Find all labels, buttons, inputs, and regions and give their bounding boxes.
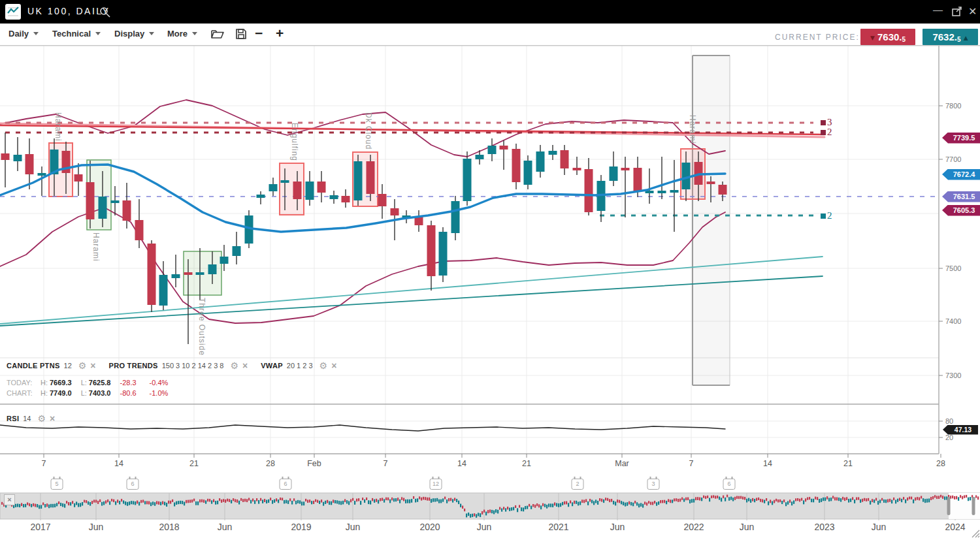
price-tick-label: 7300 <box>945 372 961 379</box>
high-label: H: <box>41 379 48 387</box>
calendar-icon[interactable]: 2 <box>572 479 584 490</box>
high-value: 7669.3 <box>50 379 72 387</box>
indicator-name: PRO TRENDS <box>109 362 158 370</box>
navigator-year-label: Jun <box>218 522 233 532</box>
pattern-annotation: Harami <box>54 112 63 142</box>
calendar-icon[interactable]: 5 <box>51 479 63 490</box>
menu-display[interactable]: Display <box>114 29 154 39</box>
high-label: H: <box>41 389 48 397</box>
pattern-annotation: Harami <box>91 232 101 262</box>
bid-price: 7630. <box>877 31 902 42</box>
pattern-annotation: Harami <box>688 115 697 144</box>
today-stats-row: TODAY: H: 7669.3 L: 7625.8 -28.3 -0.4% <box>7 379 181 387</box>
gear-icon[interactable]: ⚙ <box>230 360 238 371</box>
rsi-tick-label: 20 <box>945 434 953 441</box>
indicator-name: CANDLE PTNS <box>7 362 60 370</box>
calendar-icon[interactable]: 6 <box>127 479 139 490</box>
chevron-down-icon <box>33 32 39 35</box>
date-tick-label: 28 <box>266 459 275 468</box>
instrument-title: UK 100, DAILY <box>27 6 110 16</box>
date-tick-label: 14 <box>763 459 772 468</box>
chevron-down-icon <box>95 32 101 35</box>
minimize-button[interactable]: — <box>933 4 943 15</box>
date-tick-label: 21 <box>843 459 853 468</box>
app-logo-icon <box>5 4 21 20</box>
stat-label: TODAY: <box>7 379 41 387</box>
bid-price-badge[interactable]: ▼ 7630.5 <box>860 29 915 45</box>
date-tick-label: Mar <box>615 459 629 468</box>
calendar-icon[interactable]: 12 <box>430 479 442 490</box>
menu-timeframe[interactable]: Daily <box>8 29 39 39</box>
date-tick-label: 21 <box>522 459 531 468</box>
rsi-name: RSI <box>7 415 19 422</box>
stat-label: CHART: <box>7 389 41 397</box>
menu-technical[interactable]: Technical <box>52 29 101 39</box>
remove-indicator-icon[interactable]: × <box>50 413 55 424</box>
pattern-target-marker: 2 <box>821 127 832 138</box>
pattern-annotation: Three Outside <box>197 298 206 356</box>
navigator-year-label: 2019 <box>291 522 311 532</box>
low-label: L: <box>81 389 87 397</box>
calendar-icon[interactable]: 6 <box>723 479 736 490</box>
navigator-year-label: 2018 <box>159 522 179 532</box>
date-tick-label: Feb <box>307 459 321 468</box>
ask-fraction: 5 <box>957 36 961 43</box>
price-badge: 7605.3 <box>942 205 980 216</box>
zoom-out-button[interactable]: − <box>255 25 263 41</box>
pattern-annotation: Engulfing <box>290 123 299 161</box>
indicator-name: VWAP <box>261 362 283 370</box>
navigator-close-button[interactable]: × <box>4 494 15 505</box>
indicator-params: 150 3 10 2 14 2 3 8 <box>162 362 224 370</box>
zoom-in-button[interactable]: + <box>276 25 284 41</box>
price-tick-label: 7700 <box>945 155 961 163</box>
price-badge: 7631.5 <box>942 191 980 202</box>
change-pct: -1.0% <box>150 389 169 397</box>
rsi-legend: RSI 14 ⚙× <box>7 413 64 424</box>
navigator-year-label: 2023 <box>814 522 834 532</box>
ask-price: 7632. <box>932 31 957 42</box>
trading-app-window: UK 100, DAILY — ✕ Daily Technical Displa… <box>0 0 980 538</box>
target-square-icon <box>821 120 826 125</box>
navigator-year-label: Jun <box>872 522 887 532</box>
target-count: 2 <box>827 127 832 138</box>
current-price-label: CURRENT PRICE: <box>775 33 860 42</box>
remove-indicator-icon[interactable]: × <box>242 360 248 371</box>
date-tick-label: 14 <box>114 459 123 468</box>
gear-icon[interactable]: ⚙ <box>319 360 328 371</box>
close-button[interactable]: ✕ <box>968 5 977 18</box>
low-value: 7403.0 <box>89 389 111 397</box>
chevron-down-icon <box>192 32 197 35</box>
low-label: L: <box>81 379 87 387</box>
date-tick-label: 7 <box>689 459 694 468</box>
navigator-year-label: 2017 <box>30 522 50 532</box>
date-tick-label: 14 <box>457 459 466 468</box>
remove-indicator-icon[interactable]: × <box>90 360 95 371</box>
bid-fraction: 5 <box>902 36 906 43</box>
menu-more[interactable]: More <box>167 29 197 39</box>
pattern-target-marker: 2 <box>821 210 832 221</box>
indicator-params: 12 <box>64 362 72 370</box>
indicator-params: 20 1 2 3 <box>287 362 313 370</box>
calendar-icon[interactable]: 3 <box>647 479 660 490</box>
date-tick-label: 7 <box>384 459 388 468</box>
target-square-icon <box>821 214 826 219</box>
chart-canvas[interactable] <box>0 0 980 538</box>
title-bar <box>0 0 980 24</box>
ask-price-badge[interactable]: 7632.5 ▲ <box>923 29 978 45</box>
date-tick-label: 7 <box>42 459 46 468</box>
arrow-up-icon: ▲ <box>964 35 968 41</box>
remove-indicator-icon[interactable]: × <box>331 360 336 371</box>
menu-more-label: More <box>167 29 188 39</box>
price-tick-label: 7500 <box>945 264 961 272</box>
navigator-year-label: Jun <box>89 522 104 532</box>
navigator-year-label: Jun <box>477 522 492 532</box>
price-tick-label: 7400 <box>945 317 961 325</box>
target-square-icon <box>821 130 826 135</box>
navigator-year-label: 2024 <box>945 522 965 532</box>
gear-icon[interactable]: ⚙ <box>38 413 46 424</box>
gear-icon[interactable]: ⚙ <box>78 360 87 371</box>
chevron-down-icon <box>149 32 154 35</box>
navigator-year-label: 2020 <box>419 522 440 532</box>
calendar-icon[interactable]: 6 <box>280 479 292 490</box>
navigator-year-label: Jun <box>346 522 361 532</box>
